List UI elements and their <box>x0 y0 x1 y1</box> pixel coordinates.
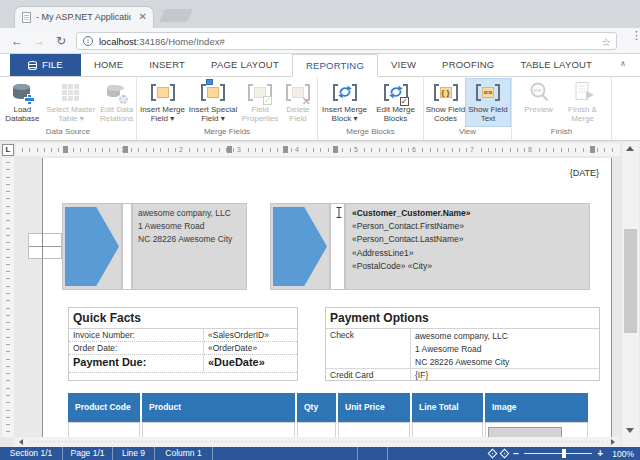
fit-width-icon[interactable] <box>488 449 498 459</box>
column-header[interactable]: Line Total <box>412 393 483 422</box>
url-text: localhost:34186/Home/Index# <box>99 36 225 48</box>
merge-field[interactable]: {IF} <box>411 369 428 381</box>
vertical-scroll-thumb[interactable] <box>624 229 637 333</box>
group-view: { } Show Field Codes «» Show Field Text … <box>424 77 512 140</box>
ruler-indent-marker[interactable] <box>63 146 68 153</box>
spacer-cell[interactable] <box>122 203 132 290</box>
field-label[interactable]: Check <box>326 329 411 368</box>
horizontal-scrollbar[interactable] <box>14 437 620 447</box>
browser-window: - My ASP.NET Application ✕ ← → ↻ i local… <box>0 0 640 460</box>
scroll-right-icon[interactable] <box>611 439 615 445</box>
zoom-slider[interactable] <box>524 449 592 458</box>
group-label: View <box>424 126 511 140</box>
field-label[interactable]: Order Date: <box>69 342 204 354</box>
merge-field[interactable]: «SalesOrderID» <box>204 329 269 341</box>
payment-options-section[interactable]: Payment Options Check awesome company, L… <box>325 307 600 381</box>
tab-view[interactable]: VIEW <box>378 54 429 76</box>
date-merge-field[interactable]: {DATE} <box>570 168 599 178</box>
field-label[interactable]: Payment Due: <box>69 355 204 372</box>
product-table-header[interactable]: Product Code Product Qty Unit Price Line… <box>68 393 588 422</box>
merge-block-edit-icon <box>383 81 409 104</box>
field-properties-button[interactable]: Field Properties <box>240 79 281 126</box>
scroll-left-icon[interactable] <box>19 439 23 445</box>
field-label[interactable]: Invoice Number: <box>69 329 204 341</box>
bookmark-star-icon[interactable]: ☆ <box>601 35 611 49</box>
edit-data-relations-button[interactable]: Edit Data Relations <box>97 79 136 126</box>
tab-home[interactable]: HOME <box>81 54 136 76</box>
field-text-icon: «» <box>475 81 501 104</box>
forward-icon[interactable]: → <box>30 32 48 50</box>
column-header[interactable]: Product Code <box>68 393 140 422</box>
group-label: Finish <box>512 126 611 140</box>
quick-facts-section[interactable]: Quick Facts Invoice Number: «SalesOrderI… <box>68 307 298 381</box>
column-header[interactable]: Qty <box>297 393 336 422</box>
field-label[interactable]: Credit Card <box>326 369 411 381</box>
column-header[interactable]: Unit Price <box>338 393 410 422</box>
select-master-table-button[interactable]: Select Master Table ▾ <box>45 79 98 126</box>
insert-merge-block-button[interactable]: Insert Merge Block ▾ <box>320 79 370 126</box>
tab-page-layout[interactable]: PAGE LAYOUT <box>198 54 292 76</box>
recipient-fields-cell[interactable]: «Customer_Customer.Name» «Person_Contact… <box>345 203 590 290</box>
image-placeholder <box>488 427 562 437</box>
back-icon[interactable]: ← <box>8 32 26 50</box>
reload-icon[interactable]: ↻ <box>52 32 70 50</box>
ribbon-collapse-icon[interactable]: ∧ <box>620 59 628 67</box>
browser-menu-icon[interactable]: ⋮ <box>631 33 635 38</box>
payment-options-title[interactable]: Payment Options <box>326 308 599 329</box>
merge-field[interactable]: «Person_Contact.LastName» <box>352 233 583 246</box>
load-database-button[interactable]: Load Database <box>0 79 45 126</box>
page-info-icon[interactable]: i <box>83 36 93 46</box>
arrow-shape-cell[interactable] <box>62 203 122 290</box>
merge-field[interactable]: «Person_Contact.FirstName» <box>352 220 583 233</box>
merge-field[interactable]: «DueDate» <box>204 355 265 372</box>
tab-close-icon[interactable]: ✕ <box>139 11 147 23</box>
merge-field[interactable]: «AddressLine1» <box>352 247 583 260</box>
ruler-indent-marker[interactable] <box>590 146 595 153</box>
tab-reporting[interactable]: REPORTING <box>292 54 378 77</box>
sender-line[interactable]: awesome company, LLC <box>138 207 241 220</box>
finish-merge-button[interactable]: Finish & Merge <box>560 79 606 126</box>
delete-field-button[interactable]: Delete Field <box>281 79 316 126</box>
new-tab-button[interactable] <box>159 9 193 22</box>
zoom-in-button[interactable]: + <box>597 448 603 459</box>
edit-merge-blocks-button[interactable]: Edit Merge Blocks <box>370 79 422 126</box>
address-bar[interactable]: i localhost:34186/Home/Index# ☆ <box>76 32 617 50</box>
table-grid-icon <box>58 81 84 104</box>
ruler-column-marker[interactable] <box>283 146 288 153</box>
ruler-column-marker[interactable] <box>123 146 128 153</box>
scroll-down-icon[interactable] <box>626 428 634 433</box>
sender-line[interactable]: 1 Awesome Road <box>138 220 241 233</box>
merge-field[interactable]: «PostalCode» «City» <box>352 260 583 273</box>
arrow-shape-cell[interactable] <box>270 203 330 290</box>
tab-insert[interactable]: INSERT <box>136 54 198 76</box>
sender-line[interactable]: NC 28226 Awesome City <box>138 233 241 246</box>
check-address[interactable]: awesome company, LLC 1 Awesome Road NC 2… <box>411 329 509 368</box>
insert-merge-field-button[interactable]: Insert Merge Field ▾ <box>139 79 187 126</box>
merge-block-sync-icon <box>332 81 358 104</box>
browser-tab[interactable]: - My ASP.NET Application ✕ <box>14 6 154 28</box>
show-field-codes-button[interactable]: { } Show Field Codes <box>425 79 466 126</box>
tab-file[interactable]: FILE <box>10 54 81 76</box>
scroll-up-icon[interactable] <box>626 146 634 151</box>
merge-field[interactable]: «OrderDate» <box>204 342 257 354</box>
sender-address-cell[interactable]: awesome company, LLC 1 Awesome Road NC 2… <box>132 203 247 290</box>
show-field-text-button[interactable]: «» Show Field Text <box>466 79 510 126</box>
ruler-column-marker[interactable] <box>227 146 232 153</box>
document-page[interactable]: {DATE} awesome company, LLC 1 Awesome Ro… <box>42 158 612 437</box>
column-header[interactable]: Product <box>142 393 295 422</box>
insert-special-field-button[interactable]: Insert Special Field ▾ <box>187 79 240 126</box>
zoom-slider-handle[interactable] <box>562 449 566 458</box>
merge-field[interactable]: «Customer_Customer.Name» <box>352 207 583 220</box>
status-spacer <box>213 447 358 460</box>
zoom-out-button[interactable]: − <box>513 448 519 459</box>
blue-arrow-shape <box>273 207 327 286</box>
quick-facts-title[interactable]: Quick Facts <box>69 308 297 329</box>
column-header[interactable]: Image <box>485 393 588 422</box>
tab-stop-selector[interactable]: L <box>2 144 14 156</box>
tab-proofing[interactable]: PROOFING <box>429 54 507 76</box>
tab-table-layout[interactable]: TABLE LAYOUT <box>507 54 605 76</box>
preview-button[interactable]: «» Preview <box>518 79 560 126</box>
fit-page-icon[interactable] <box>500 449 510 459</box>
vertical-scrollbar[interactable] <box>622 142 639 437</box>
ruler-column-marker[interactable] <box>333 146 338 153</box>
